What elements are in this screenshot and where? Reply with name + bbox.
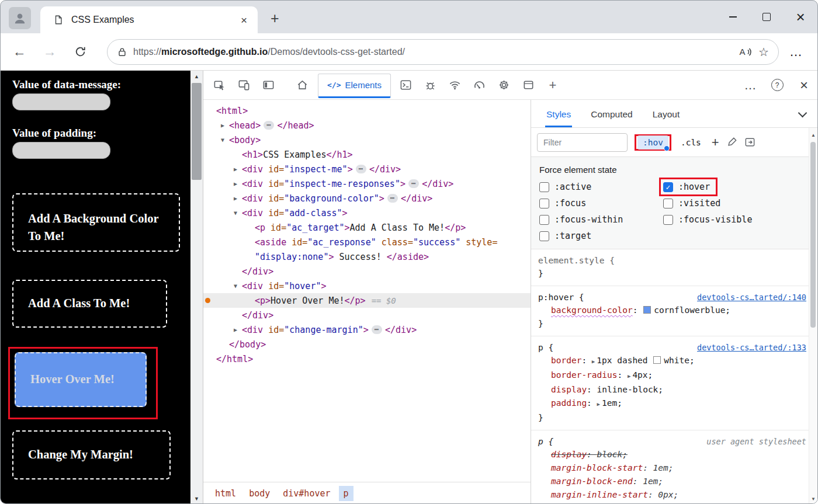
- force-state-focus-visible[interactable]: :focus-visible: [663, 214, 809, 225]
- refresh-button[interactable]: [68, 46, 92, 58]
- browser-tab[interactable]: CSS Examples ×: [40, 6, 258, 33]
- dom-tree-line[interactable]: ▶<div id="change-margin">⋯</div>: [203, 322, 531, 337]
- property-name[interactable]: margin-block-start: [551, 463, 643, 472]
- checkbox-icon[interactable]: [663, 215, 673, 225]
- force-state-target[interactable]: :target: [539, 231, 663, 241]
- rule-selector[interactable]: p:hover {: [538, 291, 584, 304]
- devtools-more-icon[interactable]: …: [737, 71, 764, 100]
- checkbox-icon[interactable]: [539, 215, 549, 225]
- window-minimize-button[interactable]: [716, 1, 750, 33]
- expand-arrow-icon[interactable]: ▼: [234, 283, 242, 289]
- device-emulation-icon[interactable]: [231, 71, 256, 100]
- dom-tree-line[interactable]: ▶<div id="inspect-me-responses">⋯</div>: [203, 176, 531, 191]
- checkbox-icon[interactable]: [539, 182, 549, 192]
- tab-computed[interactable]: Computed: [590, 109, 634, 127]
- dom-tree-line[interactable]: <h1>CSS Examples</h1>: [203, 147, 531, 162]
- dom-tree-line[interactable]: </div>: [203, 308, 531, 322]
- styles-scrollbar[interactable]: ▲ ▼: [809, 128, 817, 504]
- force-state-hover[interactable]: :hover: [663, 182, 713, 192]
- element-classes-button[interactable]: .cls: [681, 138, 701, 147]
- more-tabs-icon[interactable]: +: [540, 71, 565, 100]
- property-name[interactable]: background-color: [551, 305, 633, 315]
- browser-menu-icon[interactable]: …: [789, 44, 802, 60]
- padding-input[interactable]: [12, 142, 110, 159]
- add-background-button[interactable]: Add A Background Color To Me!: [12, 193, 180, 252]
- open-panel-icon[interactable]: [744, 137, 755, 148]
- rule-selector[interactable]: element.style {: [538, 254, 615, 267]
- checkbox-icon[interactable]: [539, 231, 549, 241]
- tab-styles[interactable]: Styles: [545, 109, 572, 127]
- collapsed-content-icon[interactable]: ⋯: [372, 325, 382, 334]
- force-state-active[interactable]: :active: [539, 182, 663, 192]
- debugger-bug-icon[interactable]: [418, 71, 442, 100]
- tab-layout[interactable]: Layout: [651, 109, 681, 127]
- dock-panel-icon[interactable]: [256, 71, 280, 100]
- scroll-up-icon[interactable]: ▲: [809, 130, 817, 140]
- property-name[interactable]: display: [551, 385, 587, 394]
- expand-arrow-icon[interactable]: ▶: [628, 373, 630, 379]
- dom-tree-line[interactable]: ▼<div id="add-class">: [203, 206, 531, 220]
- console-icon[interactable]: [393, 71, 418, 100]
- expand-arrow-icon[interactable]: ▼: [234, 210, 242, 216]
- dom-tree-line[interactable]: <p id="ac_target">Add A Class To Me!</p>: [203, 220, 531, 235]
- property-name[interactable]: margin-block-end: [551, 477, 633, 486]
- collapsed-content-icon[interactable]: ⋯: [408, 179, 419, 188]
- tab-close-icon[interactable]: ×: [238, 15, 249, 26]
- css-property[interactable]: margin-inline-start: 0px;: [538, 488, 806, 502]
- tab-elements[interactable]: </> Elements: [318, 74, 391, 98]
- stylesheet-link[interactable]: devtools-cs…tarted/:133: [697, 341, 806, 354]
- color-swatch[interactable]: [653, 356, 661, 364]
- breadcrumb-item[interactable]: div#hover: [278, 486, 335, 501]
- network-wifi-icon[interactable]: [442, 71, 467, 100]
- inspect-icon[interactable]: [207, 71, 231, 100]
- rule-selector[interactable]: p {: [538, 341, 553, 354]
- checkbox-icon[interactable]: [539, 199, 549, 208]
- dom-tree-line[interactable]: ▼<div id="hover">: [203, 279, 531, 293]
- dom-tree-line[interactable]: </div>: [203, 264, 531, 279]
- property-name[interactable]: border-radius: [551, 370, 618, 380]
- hover-over-me-button[interactable]: Hover Over Me!: [15, 352, 147, 407]
- data-message-input[interactable]: [12, 93, 110, 110]
- scrollbar-thumb[interactable]: [192, 83, 202, 180]
- dom-tree-line[interactable]: <html>: [203, 103, 531, 118]
- window-maximize-button[interactable]: [750, 1, 784, 33]
- scrollbar-thumb[interactable]: [810, 142, 816, 328]
- profile-avatar[interactable]: [9, 7, 31, 29]
- breadcrumb-item[interactable]: body: [244, 486, 275, 501]
- css-property[interactable]: background-color: cornflowerblue;: [538, 304, 806, 317]
- rule-selector[interactable]: p {: [538, 435, 553, 448]
- new-style-rule-button[interactable]: +: [712, 135, 719, 150]
- dom-tree-line[interactable]: ▶<div id="background-color">⋯</div>: [203, 191, 531, 206]
- application-icon[interactable]: [516, 71, 540, 100]
- dom-tree-line[interactable]: </html>: [203, 352, 531, 366]
- property-name[interactable]: display: [551, 450, 587, 459]
- expand-arrow-icon[interactable]: ▶: [234, 195, 242, 201]
- add-class-button[interactable]: Add A Class To Me!: [12, 280, 167, 328]
- force-state-visited[interactable]: :visited: [663, 198, 809, 208]
- css-property[interactable]: border: ▶1px dashed white;: [538, 354, 806, 369]
- toggle-element-state-button[interactable]: :hov: [637, 135, 668, 150]
- favorites-star-icon[interactable]: ☆: [758, 45, 769, 59]
- devtools-close-icon[interactable]: ×: [791, 71, 817, 100]
- stylesheet-link[interactable]: devtools-cs…tarted/:140: [697, 291, 806, 304]
- read-aloud-icon[interactable]: A: [738, 46, 753, 58]
- dom-tree-line[interactable]: <aside id="ac_response" class="success" …: [203, 235, 531, 249]
- chevron-down-icon[interactable]: [798, 109, 807, 118]
- css-property[interactable]: display: inline-block;: [538, 383, 806, 397]
- expand-arrow-icon[interactable]: ▶: [234, 180, 242, 187]
- checkbox-icon[interactable]: [663, 199, 673, 208]
- dom-tree-line[interactable]: ▼<body>: [203, 133, 531, 147]
- dom-tree-line[interactable]: ▶<div id="inspect-me">⋯</div>: [203, 162, 531, 176]
- dom-tree-line[interactable]: ▶<head>⋯</head>: [203, 118, 531, 133]
- force-state-focus[interactable]: :focus: [539, 198, 663, 208]
- expand-arrow-icon[interactable]: ▶: [221, 122, 229, 128]
- expand-arrow-icon[interactable]: ▼: [221, 137, 229, 143]
- expand-arrow-icon[interactable]: ▶: [234, 326, 242, 333]
- page-scrollbar[interactable]: ▲ ▼: [190, 71, 203, 504]
- property-name[interactable]: margin-inline-start: [551, 490, 648, 499]
- breadcrumb-item[interactable]: p: [339, 486, 353, 501]
- settings-gear-icon[interactable]: [491, 71, 516, 100]
- css-property[interactable]: padding: ▶1em;: [538, 397, 806, 411]
- expand-arrow-icon[interactable]: ▶: [597, 401, 600, 407]
- color-swatch[interactable]: [643, 306, 651, 314]
